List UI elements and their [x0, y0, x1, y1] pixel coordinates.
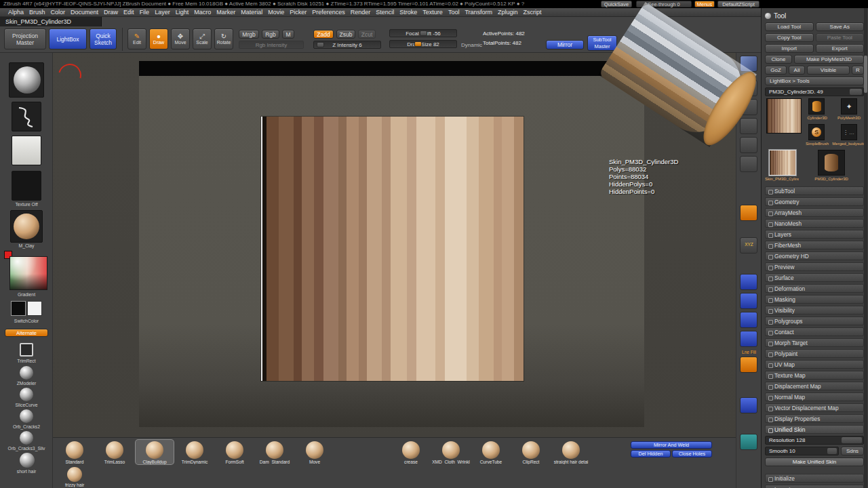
tool-section-header[interactable]: FiberMesh	[765, 241, 864, 249]
tray-brush[interactable]: XMD_Cloth_Wrinkl	[432, 440, 470, 464]
document-area[interactable]	[139, 61, 644, 427]
menu-item[interactable]: Alpha	[5, 9, 26, 16]
draw-size-handle[interactable]	[414, 41, 422, 47]
menu-item[interactable]: Movie	[265, 9, 287, 16]
focal-shift-slider[interactable]: Focal Shift -56	[389, 29, 457, 37]
menu-item[interactable]: Document	[68, 9, 101, 16]
draw-size-slider[interactable]: Draw Size 82	[389, 40, 457, 48]
tool-section-header[interactable]: Texture Map	[765, 371, 864, 380]
del-hidden-button[interactable]: Del Hidden	[631, 450, 671, 458]
tool-section-header[interactable]: Polygroups	[765, 317, 864, 325]
menu-item[interactable]: Render	[348, 9, 374, 16]
scale-3d-icon[interactable]	[740, 293, 757, 309]
lightbox-button[interactable]: LightBox	[49, 28, 87, 49]
orb-cracks3-brush-icon[interactable]	[20, 431, 33, 445]
menu-item[interactable]: Macro	[191, 9, 214, 16]
menu-item[interactable]: Color	[48, 9, 68, 16]
m-button[interactable]: M	[282, 30, 294, 39]
tool-inventory-slider[interactable]: PM3D_Cylinder3D. 49	[765, 87, 864, 96]
menu-item[interactable]: Zplugin	[495, 9, 521, 16]
alpha-thumbnail[interactable]	[12, 136, 41, 165]
rotate-button[interactable]: ↻ Rotate	[214, 28, 233, 49]
tray-brush[interactable]: ClipRect	[512, 440, 550, 464]
tray-brush[interactable]: crease	[392, 440, 430, 464]
tool-section-header[interactable]: Preview	[765, 262, 864, 271]
tool-section-header[interactable]: Morph Target	[765, 338, 864, 347]
menu-item[interactable]: Zscript	[521, 9, 545, 16]
mirror-button[interactable]: Mirror	[546, 40, 584, 49]
goz-all-button[interactable]: All	[789, 66, 805, 75]
focal-shift-handle[interactable]	[420, 30, 427, 36]
unified-skin-header[interactable]: Unified Skin	[765, 425, 864, 434]
menu-item[interactable]: Layer	[152, 9, 173, 16]
document-tab[interactable]: Skin_PM3D_Cylinder3D	[0, 17, 102, 26]
smooth-handle[interactable]	[827, 448, 837, 454]
tool-section-header[interactable]: Display Properties	[765, 414, 864, 423]
tray-brush[interactable]: straight hair detai	[552, 440, 590, 464]
load-tool-button[interactable]: Load Tool	[765, 22, 814, 31]
tool-section-header[interactable]: Vector Displacement Map	[765, 403, 864, 412]
menu-item[interactable]: Edit	[121, 9, 137, 16]
tool-section-header[interactable]: Masking	[765, 295, 864, 304]
tool-section-header[interactable]: NanoMesh	[765, 219, 864, 228]
menu-item[interactable]: Brush	[26, 9, 48, 16]
draw-button[interactable]: ● Draw	[149, 28, 168, 49]
menu-item[interactable]: Picker	[287, 9, 309, 16]
material-thumbnail[interactable]	[10, 210, 43, 243]
goz-button[interactable]: GoZ	[765, 66, 787, 75]
z-intensity-handle[interactable]	[317, 42, 324, 47]
menu-item[interactable]: Draw	[101, 9, 121, 16]
stroke-thumbnail[interactable]	[12, 102, 41, 131]
tray-brush[interactable]: Move	[296, 440, 334, 464]
secondary-color-square[interactable]	[27, 301, 42, 316]
resolution-handle[interactable]	[842, 437, 862, 443]
render-icon[interactable]	[740, 397, 757, 413]
tool-thumb-simplebrush[interactable]: S	[808, 124, 825, 140]
tray-brush[interactable]: TrimLasso	[96, 440, 134, 464]
active-tool-thumbnail[interactable]	[766, 98, 802, 134]
mrgb-button[interactable]: Mrgb	[239, 30, 259, 39]
tool-section-header[interactable]: UV Map	[765, 360, 864, 369]
move-button[interactable]: ✥ Move	[171, 28, 190, 49]
tool-thumb-skin-selected[interactable]	[769, 150, 796, 176]
tool-thumb-polymesh3d[interactable]: ✦	[841, 98, 857, 115]
zadd-button[interactable]: Zadd	[313, 30, 334, 39]
lightbox-tools-button[interactable]: LightBox > Tools	[765, 77, 864, 85]
slicecurve-brush-icon[interactable]	[20, 388, 33, 401]
menu-item[interactable]: Tool	[446, 9, 462, 16]
tray-brush[interactable]: ClayBuildup	[136, 440, 174, 464]
resolution-slider[interactable]: Resolution 128	[765, 436, 864, 445]
zcut-button[interactable]: Zcut	[358, 30, 376, 39]
goz-visible-button[interactable]: Visible	[807, 66, 850, 75]
tool-section-header[interactable]: Normal Map	[765, 392, 864, 401]
short-hair-brush-icon[interactable]	[20, 453, 35, 468]
polyf-icon[interactable]	[740, 205, 757, 221]
tray-brush[interactable]: Dam_Standard	[256, 440, 294, 464]
zmodeler-brush-icon[interactable]	[20, 366, 33, 380]
goz-r-button[interactable]: R	[852, 66, 864, 75]
export-button[interactable]: Export	[816, 44, 865, 53]
mirror-and-weld-button[interactable]: Mirror And Weld	[631, 441, 712, 449]
tray-brush[interactable]: FormSoft	[216, 440, 254, 464]
tool-section-header[interactable]: Deformation	[765, 284, 864, 293]
tool-section-header[interactable]: Geometry HD	[765, 251, 864, 260]
zsub-button[interactable]: Zsub	[336, 30, 355, 39]
panel-scrollbar-thumb[interactable]	[864, 56, 867, 93]
paste-tool-button[interactable]: Paste Tool	[816, 33, 865, 42]
tray-brush-frizzy-hair[interactable]: frizzy hair	[56, 466, 94, 487]
menu-item[interactable]: Texture	[420, 9, 446, 16]
z-intensity-slider[interactable]: Z Intensity 6	[313, 41, 381, 49]
smooth-slider[interactable]: Smooth 10	[765, 447, 839, 455]
texture-thumbnail[interactable]	[12, 171, 41, 201]
tool-thumb-merged[interactable]: ⋮…	[841, 124, 857, 140]
line-fill-icon[interactable]	[740, 357, 757, 373]
tool-section-header[interactable]: SubTool	[765, 186, 864, 195]
dynamic-toggle[interactable]: Dynamic	[461, 42, 482, 48]
tray-brush[interactable]: TrimDynamic	[176, 440, 214, 464]
import-button[interactable]: Import	[765, 44, 814, 53]
sdns-button[interactable]: Sdns	[841, 447, 864, 455]
tool-thumb-cylinder3d[interactable]	[808, 98, 825, 115]
menu-item[interactable]: Stencil	[373, 9, 397, 16]
make-polymesh3d-button[interactable]: Make PolyMesh3D	[794, 55, 864, 64]
clone-button[interactable]: Clone	[765, 55, 792, 64]
